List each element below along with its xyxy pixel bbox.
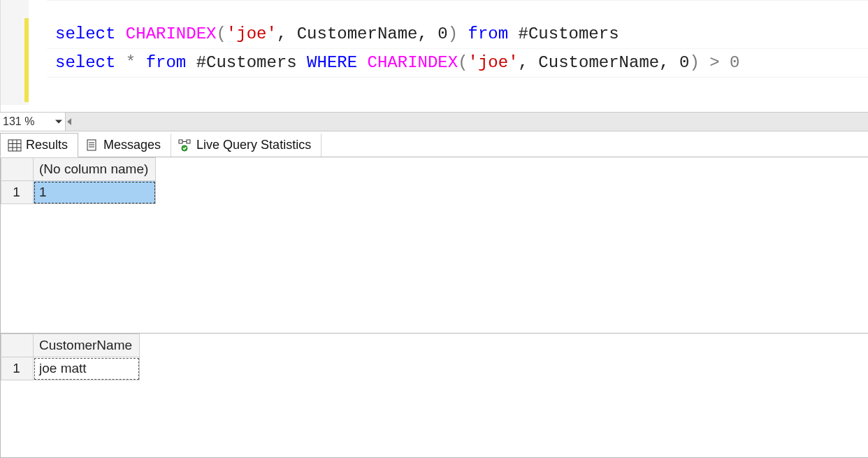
tab-messages[interactable]: Messages (78, 134, 171, 157)
horizontal-scrollbar[interactable] (66, 113, 868, 131)
grid-1[interactable]: (No column name) 1 1 (1, 157, 156, 204)
ssms-window: select CHARINDEX('joe', CustomerName, 0)… (0, 0, 868, 458)
code-token: ( (458, 53, 468, 72)
svg-rect-10 (187, 140, 190, 143)
sql-editor[interactable]: select CHARINDEX('joe', CustomerName, 0)… (0, 0, 868, 112)
code-token: * (126, 53, 136, 72)
document-icon (85, 139, 99, 152)
code-line-2[interactable]: select * from #Customers WHERE CHARINDEX… (47, 49, 868, 78)
table-row[interactable]: 1 1 (1, 181, 156, 204)
grid-2-corner[interactable] (1, 334, 34, 357)
tab-results[interactable]: Results (0, 133, 78, 157)
zoom-dropdown[interactable]: 131 % (0, 113, 66, 131)
chevron-down-icon (55, 120, 62, 124)
code-token: CHARINDEX (368, 53, 458, 72)
grid-2-rownum[interactable]: 1 (1, 357, 34, 380)
grid-icon (8, 139, 22, 152)
code-line-1[interactable]: select CHARINDEX('joe', CustomerName, 0)… (47, 20, 868, 49)
code-token: #Customers (196, 53, 307, 72)
tab-live-stats[interactable]: Live Query Statistics (171, 134, 321, 157)
code-token: 'joe' (468, 53, 519, 72)
grid-2-header-row: CustomerName (1, 334, 140, 357)
svg-rect-0 (8, 140, 21, 151)
query-stats-icon (178, 139, 192, 152)
code-token: #Customers (519, 24, 619, 43)
results-area: (No column name) 1 1 CustomerName 1 joe … (0, 157, 868, 458)
grid-2-col-header[interactable]: CustomerName (34, 334, 140, 357)
svg-rect-9 (179, 140, 182, 143)
grid-1-rownum[interactable]: 1 (1, 181, 34, 204)
code-token: from (136, 53, 196, 72)
code-token: > 0 (700, 53, 740, 72)
zoom-value: 131 % (3, 115, 34, 128)
code-token: ) (448, 24, 458, 43)
grid-1-col-header[interactable]: (No column name) (34, 158, 156, 181)
scroll-left-icon (67, 118, 71, 125)
table-row[interactable]: 1 joe matt (1, 357, 140, 380)
grid-2-cell[interactable]: joe matt (34, 357, 140, 380)
grid-1-corner[interactable] (1, 158, 34, 181)
code-token: , CustomerName, 0 (519, 53, 690, 72)
result-grid-1[interactable]: (No column name) 1 1 (1, 157, 868, 334)
code-block[interactable]: select CHARINDEX('joe', CustomerName, 0)… (47, 0, 868, 105)
grid-1-cell[interactable]: 1 (34, 181, 156, 204)
code-token: select (55, 24, 126, 43)
code-token: CHARINDEX (126, 24, 217, 43)
tab-results-label: Results (26, 138, 68, 152)
tab-messages-label: Messages (103, 138, 161, 152)
code-token: select (55, 53, 126, 72)
code-token: , CustomerName, 0 (277, 24, 448, 43)
results-tabs: Results Messages Live Query Statistics (0, 131, 868, 157)
grid-1-header-row: (No column name) (1, 158, 156, 181)
editor-gutter (1, 0, 29, 105)
tab-live-label: Live Query Statistics (196, 138, 311, 152)
code-token: ( (216, 24, 226, 43)
grid-2[interactable]: CustomerName 1 joe matt (1, 334, 140, 380)
change-marker (24, 18, 29, 102)
code-token: from (458, 24, 518, 43)
result-grid-2[interactable]: CustomerName 1 joe matt (1, 334, 868, 458)
code-token: ) (689, 53, 699, 72)
zoom-bar: 131 % (0, 112, 868, 131)
code-token: 'joe' (226, 24, 277, 43)
code-token: WHERE (307, 53, 367, 72)
